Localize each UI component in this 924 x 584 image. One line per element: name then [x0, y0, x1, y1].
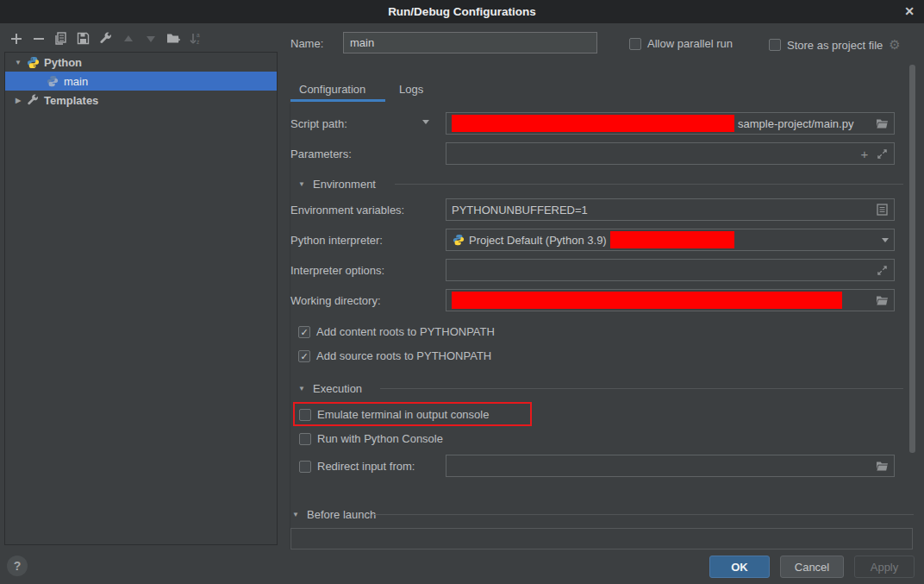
- environment-section-header[interactable]: ▼ Environment: [297, 178, 376, 191]
- parameters-field[interactable]: +: [446, 142, 895, 165]
- section-title: Environment: [313, 178, 376, 191]
- sort-alphabetically-icon[interactable]: az: [188, 31, 203, 46]
- configurations-toolbar: az: [9, 31, 203, 46]
- edit-templates-wrench-icon[interactable]: [98, 31, 113, 46]
- python-icon: [47, 75, 59, 88]
- name-label: Name:: [290, 37, 323, 50]
- script-path-field[interactable]: sample-project/main.py: [446, 112, 895, 135]
- python-interpreter-label: Python interpreter:: [290, 234, 383, 247]
- checkbox-icon[interactable]: [299, 433, 311, 445]
- checkbox-icon[interactable]: [629, 38, 641, 50]
- python-interpreter-value: Project Default (Python 3.9): [469, 234, 607, 247]
- folder-icon[interactable]: [875, 459, 889, 473]
- folder-icon[interactable]: [875, 293, 889, 307]
- allow-parallel-run-label: Allow parallel run: [647, 37, 733, 50]
- environment-variables-value: PYTHONUNBUFFERED=1: [452, 204, 588, 217]
- apply-button[interactable]: Apply: [854, 556, 915, 578]
- add-configuration-icon[interactable]: [9, 31, 23, 46]
- python-icon: [27, 56, 40, 69]
- python-icon: [452, 233, 465, 247]
- script-path-value: sample-project/main.py: [738, 117, 853, 130]
- working-directory-label: Working directory:: [290, 294, 381, 307]
- dropdown-icon[interactable]: [882, 238, 889, 242]
- before-launch-section-header[interactable]: ▼ Before launch: [291, 508, 376, 521]
- browse-variables-icon[interactable]: [875, 203, 889, 217]
- emulate-terminal-checkbox[interactable]: Emulate terminal in output console: [299, 408, 489, 421]
- section-divider: [372, 514, 914, 515]
- tree-item-label: Templates: [44, 94, 98, 107]
- execution-section-header[interactable]: ▼ Execution: [297, 382, 362, 395]
- add-content-roots-checkbox[interactable]: ✓ Add content roots to PYTHONPATH: [298, 325, 495, 338]
- wrench-icon: [27, 94, 40, 107]
- gear-icon[interactable]: ⚙: [889, 37, 900, 53]
- redaction-block: [610, 231, 734, 248]
- emulate-terminal-label: Emulate terminal in output console: [317, 408, 489, 421]
- section-title: Before launch: [307, 508, 376, 521]
- copy-configuration-icon[interactable]: [53, 31, 68, 46]
- active-tab-underline: [290, 99, 385, 102]
- cancel-button[interactable]: Cancel: [780, 556, 844, 578]
- move-down-icon[interactable]: [143, 31, 158, 46]
- chevron-down-icon[interactable]: ▼: [291, 511, 300, 518]
- content-left-edge: [290, 104, 290, 549]
- store-as-project-file-label: Store as project file: [787, 39, 883, 52]
- chevron-down-icon[interactable]: ▼: [14, 59, 22, 66]
- save-configuration-icon[interactable]: [76, 31, 91, 46]
- script-path-label: Script path:: [290, 117, 347, 130]
- section-divider: [380, 388, 903, 389]
- folder-icon[interactable]: [875, 116, 889, 130]
- vertical-scrollbar[interactable]: [909, 65, 915, 453]
- checkbox-checked-icon[interactable]: ✓: [298, 326, 310, 338]
- dialog-title: Run/Debug Configurations: [388, 5, 536, 18]
- checkbox-icon[interactable]: [299, 409, 311, 421]
- run-with-python-console-checkbox[interactable]: Run with Python Console: [299, 432, 443, 445]
- before-launch-task-list[interactable]: [290, 528, 913, 549]
- remove-configuration-icon[interactable]: [31, 31, 46, 46]
- redirect-input-label: Redirect input from:: [317, 460, 415, 473]
- move-up-icon[interactable]: [121, 31, 135, 46]
- expand-icon[interactable]: [875, 147, 889, 160]
- add-icon[interactable]: +: [858, 147, 871, 160]
- store-as-project-file-checkbox[interactable]: Store as project file ⚙: [769, 37, 901, 53]
- environment-variables-label: Environment variables:: [290, 204, 404, 217]
- add-content-roots-label: Add content roots to PYTHONPATH: [316, 325, 495, 338]
- tab-logs[interactable]: Logs: [399, 83, 423, 96]
- close-icon[interactable]: ✕: [902, 3, 917, 19]
- run-with-python-console-label: Run with Python Console: [317, 432, 443, 445]
- checkbox-checked-icon[interactable]: ✓: [298, 350, 310, 362]
- redaction-block: [452, 115, 734, 132]
- checkbox-icon[interactable]: [299, 461, 311, 473]
- name-input[interactable]: [343, 32, 597, 53]
- tab-configuration[interactable]: Configuration: [299, 83, 365, 96]
- svg-text:z: z: [197, 39, 199, 45]
- section-divider: [395, 184, 903, 185]
- help-button[interactable]: ?: [7, 556, 28, 576]
- configurations-tree-panel: ▼ Python main ▶ Templates: [4, 52, 278, 545]
- ok-button[interactable]: OK: [709, 556, 770, 578]
- tree-item-templates[interactable]: ▶ Templates: [5, 91, 277, 110]
- interpreter-options-field[interactable]: [446, 259, 895, 281]
- python-interpreter-field[interactable]: Project Default (Python 3.9): [446, 229, 895, 251]
- expand-icon[interactable]: [875, 263, 889, 277]
- environment-variables-field[interactable]: PYTHONUNBUFFERED=1: [446, 198, 895, 221]
- svg-text:a: a: [197, 32, 200, 38]
- add-source-roots-checkbox[interactable]: ✓ Add source roots to PYTHONPATH: [298, 349, 491, 362]
- redirect-input-field[interactable]: [446, 455, 895, 477]
- parameters-label: Parameters:: [290, 148, 352, 160]
- section-title: Execution: [313, 382, 362, 395]
- add-source-roots-label: Add source roots to PYTHONPATH: [316, 349, 491, 362]
- working-directory-field[interactable]: [446, 289, 895, 311]
- redirect-input-checkbox[interactable]: Redirect input from:: [299, 460, 415, 473]
- checkbox-icon[interactable]: [769, 39, 781, 51]
- new-folder-icon[interactable]: [165, 31, 180, 46]
- allow-parallel-run-checkbox[interactable]: Allow parallel run: [629, 37, 733, 50]
- tree-item-main[interactable]: main: [5, 72, 277, 91]
- tree-item-python[interactable]: ▼ Python: [5, 53, 277, 72]
- chevron-down-icon[interactable]: ▼: [297, 180, 306, 188]
- chevron-down-icon[interactable]: ▼: [297, 385, 306, 392]
- interpreter-options-label: Interpreter options:: [290, 264, 384, 277]
- chevron-right-icon[interactable]: ▶: [14, 97, 22, 104]
- script-path-dropdown-icon[interactable]: [422, 120, 429, 124]
- tree-item-label: Python: [44, 56, 82, 69]
- redaction-block: [452, 292, 842, 309]
